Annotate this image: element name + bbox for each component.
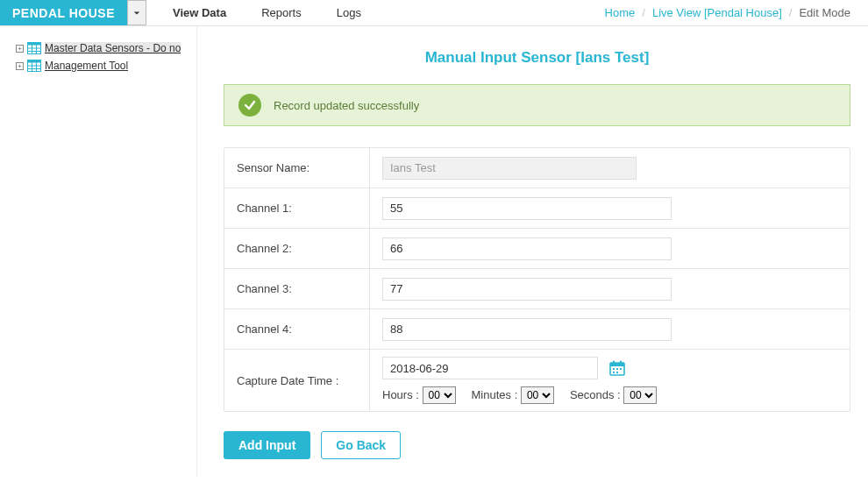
form-card: Sensor Name: Channel 1: Channel 2:: [224, 147, 850, 412]
row-sensor-name: Sensor Name:: [224, 148, 850, 188]
brand-label: PENDAL HOUSE: [0, 0, 127, 25]
add-input-button[interactable]: Add Input: [224, 431, 310, 459]
breadcrumb-home[interactable]: Home: [605, 6, 636, 19]
svg-rect-19: [613, 372, 615, 373]
svg-rect-16: [613, 368, 615, 370]
hours-label: Hours :: [382, 388, 419, 401]
channel-4-input[interactable]: [382, 318, 672, 341]
svg-rect-14: [613, 361, 615, 365]
tree-item-master-data-sensors[interactable]: + Master Data Sensors - Do no: [16, 42, 196, 54]
row-capture-date-time: Capture Date Time :: [224, 350, 850, 411]
label-channel-3: Channel 3:: [224, 269, 370, 308]
page-title: Manual Input Sensor [Ians Test]: [224, 49, 850, 67]
channel-1-input[interactable]: [382, 197, 672, 220]
row-channel-1: Channel 1:: [224, 188, 850, 229]
svg-rect-7: [28, 60, 41, 63]
breadcrumb-live-view[interactable]: Live View [Pendal House]: [652, 6, 782, 19]
channel-3-input[interactable]: [382, 278, 672, 301]
expand-icon[interactable]: +: [16, 62, 24, 70]
sidebar-tree: + Master Data Sensors - Do no +: [0, 26, 196, 77]
go-back-button[interactable]: Go Back: [321, 431, 401, 459]
label-channel-4: Channel 4:: [224, 309, 370, 349]
expand-icon[interactable]: +: [16, 45, 24, 53]
check-circle-icon: [238, 94, 261, 117]
nav-reports[interactable]: Reports: [261, 6, 302, 19]
sensor-name-input: [382, 157, 637, 180]
svg-rect-17: [616, 368, 618, 370]
brand-dropdown-toggle[interactable]: [127, 0, 146, 25]
tree-item-management-tool[interactable]: + Management Tool: [16, 60, 196, 72]
seconds-label: Seconds :: [570, 388, 621, 401]
calendar-icon[interactable]: [608, 359, 626, 377]
content-panel: Manual Input Sensor [Ians Test] Record u…: [196, 26, 868, 477]
seconds-select[interactable]: 00: [623, 386, 657, 404]
row-channel-4: Channel 4:: [224, 309, 850, 350]
nav-logs[interactable]: Logs: [337, 6, 361, 19]
label-channel-2: Channel 2:: [224, 229, 370, 268]
minutes-select[interactable]: 00: [521, 386, 554, 404]
hours-select[interactable]: 00: [423, 386, 456, 404]
breadcrumb-current: Edit Mode: [799, 6, 850, 19]
breadcrumb-sep: /: [789, 6, 793, 19]
tree-item-label: Management Tool: [45, 60, 128, 72]
action-buttons: Add Input Go Back: [224, 431, 850, 459]
breadcrumbs: Home / Live View [Pendal House] / Edit M…: [605, 0, 868, 25]
label-capture-date-time: Capture Date Time :: [224, 350, 370, 411]
svg-rect-15: [620, 361, 622, 365]
nav-view-data[interactable]: View Data: [173, 6, 226, 19]
top-nav: View Data Reports Logs: [146, 0, 361, 25]
tree-item-label: Master Data Sensors - Do no: [45, 42, 181, 54]
svg-rect-1: [28, 43, 41, 46]
row-channel-3: Channel 3:: [224, 269, 850, 309]
table-icon: [27, 60, 41, 72]
alert-success: Record updated successfully: [224, 84, 850, 126]
breadcrumb-sep: /: [642, 6, 645, 19]
label-sensor-name: Sensor Name:: [224, 148, 370, 188]
capture-date-input[interactable]: [382, 357, 598, 379]
table-icon: [27, 42, 41, 54]
row-channel-2: Channel 2:: [224, 229, 850, 269]
channel-2-input[interactable]: [382, 237, 672, 260]
label-channel-1: Channel 1:: [224, 188, 370, 228]
topbar: PENDAL HOUSE View Data Reports Logs Home…: [0, 0, 868, 26]
svg-rect-18: [620, 368, 622, 370]
alert-text: Record updated successfully: [274, 99, 419, 112]
svg-rect-20: [616, 372, 618, 373]
svg-rect-13: [610, 363, 624, 366]
minutes-label: Minutes :: [472, 388, 518, 401]
